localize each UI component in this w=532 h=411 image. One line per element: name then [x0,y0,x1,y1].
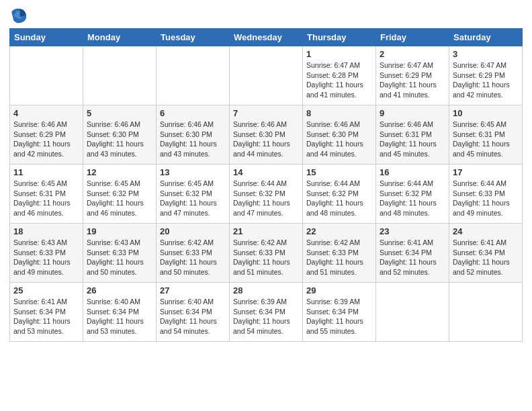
calendar-cell [230,46,303,105]
week-row-2: 11Sunrise: 6:45 AMSunset: 6:31 PMDayligh… [10,165,523,224]
day-number: 14 [233,167,299,177]
day-number: 8 [306,108,372,118]
day-info: Sunrise: 6:40 AMSunset: 6:34 PMDaylight:… [87,297,152,336]
day-number: 18 [13,226,79,236]
day-number: 20 [160,226,226,236]
calendar-cell: 19Sunrise: 6:43 AMSunset: 6:33 PMDayligh… [83,224,157,283]
calendar-cell: 11Sunrise: 6:45 AMSunset: 6:31 PMDayligh… [10,165,83,224]
header-row: SundayMondayTuesdayWednesdayThursdayFrid… [10,29,523,46]
calendar-cell: 1Sunrise: 6:47 AMSunset: 6:28 PMDaylight… [303,46,376,105]
calendar-cell [10,46,83,105]
calendar-cell [449,283,523,342]
day-number: 12 [87,167,152,177]
calendar-cell: 23Sunrise: 6:41 AMSunset: 6:34 PMDayligh… [376,224,449,283]
day-number: 25 [13,285,79,295]
day-number: 29 [306,285,372,295]
day-number: 6 [160,108,226,118]
day-number: 27 [160,285,226,295]
day-info: Sunrise: 6:42 AMSunset: 6:33 PMDaylight:… [160,238,226,277]
day-info: Sunrise: 6:39 AMSunset: 6:34 PMDaylight:… [233,297,299,336]
day-info: Sunrise: 6:44 AMSunset: 6:33 PMDaylight:… [453,179,519,218]
week-row-1: 4Sunrise: 6:46 AMSunset: 6:29 PMDaylight… [10,105,523,165]
calendar-cell: 2Sunrise: 6:47 AMSunset: 6:29 PMDaylight… [376,46,449,105]
day-number: 16 [380,167,445,177]
day-info: Sunrise: 6:47 AMSunset: 6:28 PMDaylight:… [306,60,372,100]
day-info: Sunrise: 6:46 AMSunset: 6:29 PMDaylight:… [13,120,79,159]
day-number: 2 [380,49,445,59]
day-number: 4 [13,108,79,118]
calendar-cell: 4Sunrise: 6:46 AMSunset: 6:29 PMDaylight… [10,105,83,165]
header-cell-tuesday: Tuesday [157,29,230,46]
day-info: Sunrise: 6:44 AMSunset: 6:32 PMDaylight:… [233,179,299,218]
day-number: 11 [13,167,79,177]
day-number: 13 [160,167,226,177]
calendar-cell: 18Sunrise: 6:43 AMSunset: 6:33 PMDayligh… [10,224,83,283]
day-info: Sunrise: 6:41 AMSunset: 6:34 PMDaylight:… [453,238,519,277]
calendar-cell: 8Sunrise: 6:46 AMSunset: 6:30 PMDaylight… [303,105,376,165]
header [9,7,523,26]
day-info: Sunrise: 6:44 AMSunset: 6:32 PMDaylight:… [380,179,445,218]
day-info: Sunrise: 6:45 AMSunset: 6:31 PMDaylight:… [453,120,519,159]
calendar-cell: 3Sunrise: 6:47 AMSunset: 6:29 PMDaylight… [449,46,523,105]
day-info: Sunrise: 6:46 AMSunset: 6:30 PMDaylight:… [233,120,299,159]
calendar-cell: 7Sunrise: 6:46 AMSunset: 6:30 PMDaylight… [230,105,303,165]
day-number: 5 [87,108,152,118]
week-row-4: 25Sunrise: 6:41 AMSunset: 6:34 PMDayligh… [10,283,523,342]
day-number: 21 [233,226,299,236]
day-info: Sunrise: 6:45 AMSunset: 6:32 PMDaylight:… [160,179,226,218]
header-cell-monday: Monday [83,29,157,46]
calendar-cell: 24Sunrise: 6:41 AMSunset: 6:34 PMDayligh… [449,224,523,283]
calendar-body: 1Sunrise: 6:47 AMSunset: 6:28 PMDaylight… [10,46,523,342]
day-info: Sunrise: 6:47 AMSunset: 6:29 PMDaylight:… [380,60,445,100]
day-info: Sunrise: 6:47 AMSunset: 6:29 PMDaylight:… [453,60,519,100]
day-info: Sunrise: 6:44 AMSunset: 6:32 PMDaylight:… [306,179,372,218]
logo-icon [9,7,28,26]
header-cell-thursday: Thursday [303,29,376,46]
calendar-cell [83,46,157,105]
calendar-header: SundayMondayTuesdayWednesdayThursdayFrid… [10,29,523,46]
calendar-cell: 14Sunrise: 6:44 AMSunset: 6:32 PMDayligh… [230,165,303,224]
day-number: 28 [233,285,299,295]
day-number: 3 [453,49,519,59]
week-row-0: 1Sunrise: 6:47 AMSunset: 6:28 PMDaylight… [10,46,523,105]
calendar-cell: 9Sunrise: 6:46 AMSunset: 6:31 PMDaylight… [376,105,449,165]
calendar-cell [157,46,230,105]
day-info: Sunrise: 6:40 AMSunset: 6:34 PMDaylight:… [160,297,226,336]
week-row-3: 18Sunrise: 6:43 AMSunset: 6:33 PMDayligh… [10,224,523,283]
day-number: 15 [306,167,372,177]
day-number: 17 [453,167,519,177]
day-info: Sunrise: 6:45 AMSunset: 6:32 PMDaylight:… [87,179,152,218]
day-info: Sunrise: 6:46 AMSunset: 6:31 PMDaylight:… [380,120,445,159]
header-cell-wednesday: Wednesday [230,29,303,46]
day-number: 26 [87,285,152,295]
day-number: 19 [87,226,152,236]
day-info: Sunrise: 6:41 AMSunset: 6:34 PMDaylight:… [13,297,79,336]
calendar-cell: 21Sunrise: 6:42 AMSunset: 6:33 PMDayligh… [230,224,303,283]
calendar-cell: 25Sunrise: 6:41 AMSunset: 6:34 PMDayligh… [10,283,83,342]
calendar-cell: 12Sunrise: 6:45 AMSunset: 6:32 PMDayligh… [83,165,157,224]
day-number: 23 [380,226,445,236]
day-info: Sunrise: 6:42 AMSunset: 6:33 PMDaylight:… [306,238,372,277]
day-info: Sunrise: 6:43 AMSunset: 6:33 PMDaylight:… [87,238,152,277]
day-info: Sunrise: 6:39 AMSunset: 6:34 PMDaylight:… [306,297,372,336]
header-cell-saturday: Saturday [449,29,523,46]
calendar-cell: 5Sunrise: 6:46 AMSunset: 6:30 PMDaylight… [83,105,157,165]
calendar-cell: 17Sunrise: 6:44 AMSunset: 6:33 PMDayligh… [449,165,523,224]
logo [9,7,30,26]
day-info: Sunrise: 6:46 AMSunset: 6:30 PMDaylight:… [87,120,152,159]
calendar-cell: 26Sunrise: 6:40 AMSunset: 6:34 PMDayligh… [83,283,157,342]
day-number: 24 [453,226,519,236]
day-number: 10 [453,108,519,118]
calendar-table: SundayMondayTuesdayWednesdayThursdayFrid… [9,28,523,342]
calendar-cell: 27Sunrise: 6:40 AMSunset: 6:34 PMDayligh… [157,283,230,342]
day-info: Sunrise: 6:45 AMSunset: 6:31 PMDaylight:… [13,179,79,218]
calendar-cell: 16Sunrise: 6:44 AMSunset: 6:32 PMDayligh… [376,165,449,224]
calendar-cell: 22Sunrise: 6:42 AMSunset: 6:33 PMDayligh… [303,224,376,283]
header-cell-sunday: Sunday [10,29,83,46]
header-cell-friday: Friday [376,29,449,46]
day-number: 9 [380,108,445,118]
day-number: 1 [306,49,372,59]
day-number: 7 [233,108,299,118]
day-info: Sunrise: 6:46 AMSunset: 6:30 PMDaylight:… [160,120,226,159]
day-info: Sunrise: 6:46 AMSunset: 6:30 PMDaylight:… [306,120,372,159]
